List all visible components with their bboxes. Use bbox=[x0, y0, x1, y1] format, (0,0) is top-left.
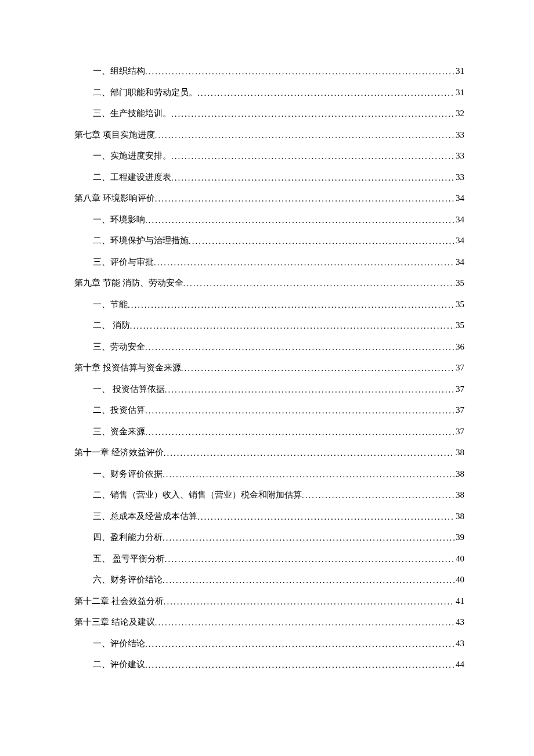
toc-entry-page: 34 bbox=[454, 258, 464, 267]
toc-leader-dots bbox=[165, 555, 454, 564]
toc-entry: 二、环境保护与治理措施34 bbox=[74, 236, 464, 245]
toc-entry: 第八章 环境影响评价34 bbox=[74, 194, 464, 203]
toc-entry: 一、财务评价依据38 bbox=[74, 470, 464, 478]
toc-entry-label: 三、劳动安全 bbox=[93, 343, 145, 351]
toc-entry-page: 32 bbox=[454, 109, 464, 118]
toc-entry-page: 33 bbox=[454, 152, 464, 160]
toc-entry-label: 一、环境影响 bbox=[93, 215, 145, 224]
toc-entry: 五、 盈亏平衡分析40 bbox=[74, 555, 464, 563]
toc-entry-label: 一、 投资估算依据 bbox=[93, 385, 165, 394]
toc-entry-label: 第七章 项目实施进度 bbox=[74, 131, 155, 139]
toc-entry-page: 40 bbox=[454, 555, 464, 563]
toc-entry-page: 31 bbox=[454, 67, 464, 75]
toc-leader-dots bbox=[163, 534, 454, 542]
toc-leader-dots bbox=[302, 491, 454, 500]
toc-leader-dots bbox=[145, 216, 454, 225]
toc-entry: 第七章 项目实施进度33 bbox=[74, 131, 464, 139]
toc-leader-dots bbox=[164, 449, 454, 458]
toc-entry-label: 第十章 投资估算与资金来源 bbox=[74, 363, 181, 372]
toc-entry: 第九章 节能 消防、劳动安全35 bbox=[74, 279, 464, 287]
toc-entry-page: 41 bbox=[454, 597, 464, 606]
toc-leader-dots bbox=[154, 258, 454, 267]
toc-entry-label: 四、盈利能力分析 bbox=[93, 533, 163, 542]
toc-entry-page: 37 bbox=[454, 363, 464, 372]
toc-leader-dots bbox=[183, 279, 455, 288]
toc-entry-page: 44 bbox=[454, 660, 464, 669]
toc-entry-label: 三、生产技能培训。 bbox=[93, 109, 171, 118]
toc-entry-label: 第九章 节能 消防、劳动安全 bbox=[74, 279, 183, 287]
toc-entry-page: 31 bbox=[454, 88, 464, 97]
toc-leader-dots bbox=[171, 174, 454, 182]
toc-leader-dots bbox=[145, 343, 454, 352]
toc-entry: 二、 消防35 bbox=[74, 321, 464, 330]
toc-entry-page: 35 bbox=[454, 279, 464, 287]
toc-entry: 一、节能35 bbox=[74, 300, 464, 309]
toc-entry-label: 二、环境保护与治理措施 bbox=[93, 236, 189, 245]
toc-entry: 一、实施进度安排。33 bbox=[74, 152, 464, 160]
document-page: 一、组织结构31二、部门职能和劳动定员。31三、生产技能培训。32第七章 项目实… bbox=[0, 0, 534, 669]
toc-leader-dots bbox=[145, 406, 454, 415]
toc-entry-label: 第十三章 结论及建议 bbox=[74, 618, 155, 627]
toc-leader-dots bbox=[163, 576, 454, 585]
toc-entry-label: 二、投资估算 bbox=[93, 406, 145, 415]
toc-entry-label: 二、 消防 bbox=[93, 321, 130, 330]
toc-entry: 二、部门职能和劳动定员。31 bbox=[74, 88, 464, 97]
toc-entry-page: 35 bbox=[454, 321, 464, 330]
toc-entry-label: 三、资金来源 bbox=[93, 427, 145, 436]
toc-entry: 四、盈利能力分析39 bbox=[74, 533, 464, 542]
toc-entry-page: 38 bbox=[454, 491, 464, 499]
toc-entry-page: 43 bbox=[454, 639, 464, 648]
toc-entry-label: 一、实施进度安排。 bbox=[93, 152, 171, 160]
toc-entry: 二、投资估算37 bbox=[74, 406, 464, 415]
toc-leader-dots bbox=[145, 661, 454, 669]
toc-entry: 二、评价建议44 bbox=[74, 660, 464, 669]
toc-entry-label: 六、财务评价结论 bbox=[93, 575, 163, 584]
toc-entry-label: 五、 盈亏平衡分析 bbox=[93, 555, 165, 563]
toc-entry-page: 34 bbox=[454, 236, 464, 245]
toc-entry-label: 一、节能 bbox=[93, 300, 128, 309]
toc-entry: 第十一章 经济效益评价38 bbox=[74, 448, 464, 457]
toc-entry: 三、评价与审批34 bbox=[74, 258, 464, 267]
toc-leader-dots bbox=[163, 470, 454, 479]
toc-entry: 二、销售（营业）收入、销售（营业）税金和附加估算38 bbox=[74, 491, 464, 499]
toc-entry: 第十章 投资估算与资金来源37 bbox=[74, 363, 464, 372]
toc-leader-dots bbox=[164, 597, 454, 606]
toc-entry-page: 33 bbox=[454, 173, 464, 182]
toc-entry-page: 37 bbox=[454, 427, 464, 436]
toc-entry-label: 三、总成本及经营成本估算 bbox=[93, 512, 197, 521]
toc-leader-dots bbox=[145, 428, 454, 437]
toc-entry: 一、评价结论43 bbox=[74, 639, 464, 648]
toc-entry-page: 38 bbox=[454, 470, 464, 478]
toc-entry-label: 二、工程建设进度表 bbox=[93, 173, 171, 182]
toc-leader-dots bbox=[155, 131, 454, 140]
toc-leader-dots bbox=[171, 152, 454, 161]
toc-entry: 一、 投资估算依据37 bbox=[74, 385, 464, 394]
toc-entry: 一、环境影响34 bbox=[74, 215, 464, 224]
toc-entry-label: 二、销售（营业）收入、销售（营业）税金和附加估算 bbox=[93, 491, 302, 499]
toc-leader-dots bbox=[145, 67, 454, 76]
toc-entry-page: 39 bbox=[454, 533, 464, 542]
toc-entry: 三、劳动安全36 bbox=[74, 343, 464, 351]
toc-leader-dots bbox=[171, 110, 454, 118]
toc-leader-dots bbox=[189, 237, 454, 246]
toc-entry-page: 36 bbox=[454, 343, 464, 351]
toc-entry-label: 一、评价结论 bbox=[93, 639, 145, 648]
toc-entry: 第十三章 结论及建议43 bbox=[74, 618, 464, 627]
toc-entry-label: 第十一章 经济效益评价 bbox=[74, 448, 164, 457]
toc-entry-label: 一、组织结构 bbox=[93, 67, 145, 75]
toc-leader-dots bbox=[181, 364, 454, 373]
toc-entry-page: 40 bbox=[454, 575, 464, 584]
toc-entry-page: 35 bbox=[454, 300, 464, 309]
toc-leader-dots bbox=[197, 89, 454, 98]
toc-entry: 第十二章 社会效益分析41 bbox=[74, 597, 464, 606]
toc-entry-label: 第十二章 社会效益分析 bbox=[74, 597, 164, 606]
toc-entry-page: 38 bbox=[454, 448, 464, 457]
toc-entry-page: 43 bbox=[454, 618, 464, 627]
toc-entry: 三、生产技能培训。32 bbox=[74, 109, 464, 118]
toc-entry: 二、工程建设进度表33 bbox=[74, 173, 464, 182]
toc-entry: 一、组织结构31 bbox=[74, 67, 464, 75]
toc-leader-dots bbox=[197, 513, 454, 521]
toc-leader-dots bbox=[130, 322, 454, 330]
toc-entry-page: 34 bbox=[454, 215, 464, 224]
toc-leader-dots bbox=[128, 301, 454, 309]
